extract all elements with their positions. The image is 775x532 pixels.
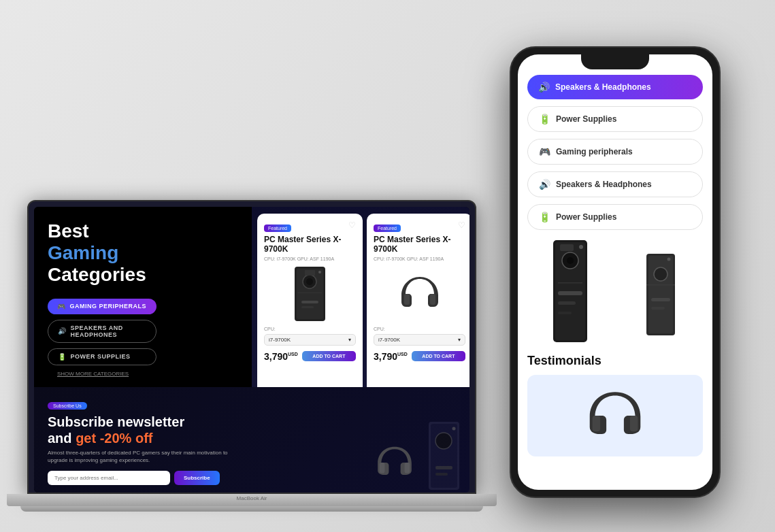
phone-testimonials-label: Testimonials (527, 354, 703, 368)
laptop-base (7, 494, 497, 506)
laptop-foot (20, 506, 483, 512)
subscribe-headphones-decoration (374, 442, 415, 486)
category-speakers-btn[interactable]: 🔊 SPEAKERS AND HEADPHONES (48, 320, 156, 343)
phone-pc-tower-svg-left (550, 240, 591, 342)
cpu-select-2[interactable]: i7-9700K ▾ (374, 334, 465, 346)
cpu-select-1[interactable]: i7-9700K ▾ (264, 334, 356, 346)
svg-point-31 (654, 267, 667, 281)
subscribe-section: Subscribe Us Subscribe newsletter and ge… (34, 387, 469, 493)
svg-point-27 (579, 245, 583, 249)
power-icon: 🔋 (58, 353, 67, 361)
speakers-icon: 🔊 (58, 327, 67, 335)
phone-product-tower-right (618, 237, 703, 346)
svg-rect-11 (380, 463, 385, 473)
add-to-cart-btn-2[interactable]: ADD TO CART (412, 351, 465, 361)
svg-rect-12 (405, 463, 410, 473)
gaming-peripherals-icon: 🎮 (539, 146, 550, 157)
chevron-down-icon-2: ▾ (458, 337, 461, 343)
product-image-1 (264, 267, 356, 321)
product-specs-2: CPU: i7-9700K GPU: ASF 1190A (374, 256, 465, 261)
cpu-label-1: CPU: (264, 327, 356, 331)
pc-tower-svg-1 (291, 267, 329, 321)
phone-product-tower-left (527, 237, 612, 346)
subscribe-description: Almost three-quarters of dedicated PC ga… (48, 449, 238, 464)
svg-rect-36 (593, 416, 601, 431)
gaming-icon: 🎮 (57, 303, 66, 310)
laptop-content: Best Gaming Categories 🎮 GAMING PERIPHER… (34, 207, 469, 493)
svg-rect-5 (301, 306, 314, 308)
add-to-cart-btn-1[interactable]: ADD TO CART (302, 351, 356, 361)
testimonial-headphones-svg (584, 385, 646, 446)
phone-cat-speakers-headphones-2[interactable]: 🔊 Speakers & Headphones (527, 171, 703, 197)
svg-point-22 (567, 257, 574, 264)
product-image-2 (374, 267, 465, 321)
svg-rect-4 (301, 301, 318, 303)
svg-rect-28 (558, 282, 582, 284)
phone-outer: 🔊 Speakers & Headphones 🔋 Power Supplies… (510, 46, 721, 498)
subscribe-pc-decoration (425, 422, 463, 493)
svg-rect-24 (558, 301, 576, 305)
chevron-down-icon: ▾ (348, 337, 351, 343)
subscribe-title: Subscribe newsletter and get -20% off (48, 414, 456, 446)
product-specs-1: CPU: i7-9700K GPU: ASF 1190A (264, 256, 356, 261)
subscribe-button[interactable]: Subscribe (174, 471, 220, 485)
phone-cat-power-supplies-2[interactable]: 🔋 Power Supplies (527, 204, 703, 230)
svg-rect-25 (558, 312, 572, 314)
laptop-screen: Best Gaming Categories 🎮 GAMING PERIPHER… (34, 207, 469, 493)
phone-device: 🔊 Speakers & Headphones 🔋 Power Supplies… (510, 46, 721, 498)
svg-rect-34 (646, 284, 675, 286)
laptop-hero-title: Best Gaming Categories (48, 220, 238, 286)
laptop-device: Best Gaming Categories 🎮 GAMING PERIPHER… (7, 200, 497, 512)
svg-point-15 (435, 433, 452, 449)
product-price-2: 3,790USD (374, 351, 408, 362)
phone-pc-tower-svg-right (644, 247, 677, 335)
email-input[interactable] (48, 471, 170, 485)
svg-rect-9 (404, 294, 410, 305)
phone-notch (581, 54, 649, 69)
product-title-1: PC Master Series X-9700K (264, 235, 356, 254)
price-row-2: 3,790USD ADD TO CART (374, 351, 465, 362)
product-title-2: PC Master Series X-9700K (374, 235, 465, 254)
cpu-label-2: CPU: (374, 327, 465, 331)
svg-point-35 (667, 258, 670, 261)
svg-rect-33 (651, 307, 665, 310)
phone-cat-speakers-headphones-active[interactable]: 🔊 Speakers & Headphones (527, 75, 703, 99)
laptop-screen-outer: Best Gaming Categories 🎮 GAMING PERIPHER… (27, 200, 476, 494)
svg-rect-16 (435, 466, 452, 469)
svg-rect-32 (651, 298, 670, 301)
product-price-1: 3,790USD (264, 351, 298, 362)
svg-point-7 (318, 271, 321, 273)
category-power-btn[interactable]: 🔋 POWER SUPPLIES (48, 348, 156, 365)
headphones-svg-1 (396, 270, 444, 318)
wishlist-icon-1[interactable]: ♡ (348, 220, 356, 230)
phone-content: 🔊 Speakers & Headphones 🔋 Power Supplies… (518, 54, 712, 490)
svg-point-3 (306, 278, 313, 285)
svg-rect-10 (430, 294, 435, 305)
power-supplies-icon: 🔋 (539, 114, 550, 124)
price-row-1: 3,790USD ADD TO CART (264, 351, 356, 362)
svg-rect-23 (558, 291, 582, 295)
phone-cat-power-supplies[interactable]: 🔋 Power Supplies (527, 106, 703, 132)
svg-rect-37 (630, 416, 638, 431)
featured-badge-1: Featured (264, 225, 291, 232)
speakers-headphones-icon: 🔊 (538, 82, 550, 93)
scene: Best Gaming Categories 🎮 GAMING PERIPHER… (0, 0, 775, 532)
phone-cat-gaming-peripherals[interactable]: 🎮 Gaming peripherals (527, 139, 703, 165)
svg-rect-17 (435, 473, 448, 476)
subscribe-tag: Subscribe Us (48, 402, 87, 410)
svg-rect-8 (298, 293, 322, 293)
phone-products-row (527, 237, 703, 346)
show-more-categories[interactable]: SHOW MORE CATEGORIES (57, 371, 238, 377)
svg-rect-26 (560, 244, 574, 251)
featured-badge-2: Featured (374, 225, 401, 232)
phone-testimonial-card (527, 375, 703, 456)
svg-point-18 (452, 427, 456, 431)
phone-screen: 🔊 Speakers & Headphones 🔋 Power Supplies… (518, 54, 712, 490)
category-gaming-btn[interactable]: 🎮 GAMING PERIPHERALS (48, 299, 156, 314)
speakers-headphones-icon-2: 🔊 (539, 179, 550, 190)
wishlist-icon-2[interactable]: ♡ (458, 220, 465, 230)
svg-rect-6 (305, 270, 315, 276)
power-supplies-icon-2: 🔋 (539, 212, 550, 222)
